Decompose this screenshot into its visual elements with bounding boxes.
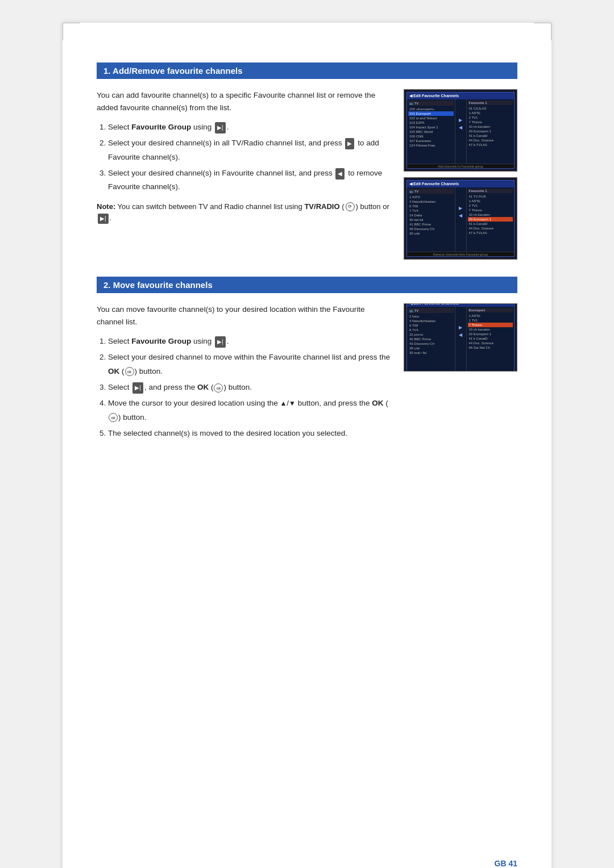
section2-content: You can move favourite channel(s) to you… xyxy=(97,303,517,443)
section2-text: You can move favourite channel(s) to you… xyxy=(97,303,392,443)
tv-radio-circle-icon: ⟳ xyxy=(346,202,355,211)
tv-row: 6 T68 xyxy=(408,204,454,208)
tv-ui-1-col2: ▶ ◀ xyxy=(455,99,467,164)
tv-row: 124 Filmnet Free xyxy=(408,143,454,148)
tv-row: 48 Discovery Ch xyxy=(408,227,454,231)
tv-row: 1 INTO xyxy=(408,195,454,199)
section2-title: 2. Move favourite channels xyxy=(103,280,213,290)
note-label: Note: xyxy=(97,202,115,211)
section2-step4: Move the cursor to your desired location… xyxy=(108,397,392,424)
section2-step2: Select your desired channel to move with… xyxy=(108,350,392,378)
tv-col1-header: 📺 TV xyxy=(408,101,454,106)
tv-ui-1-header: ◀ Edit Favourite Channels xyxy=(407,93,514,99)
section2-step5: The selected channel(s) is moved to the … xyxy=(108,427,392,440)
ok-icon1: ok xyxy=(125,367,134,376)
tv-col3-header2: Favourite 1 xyxy=(468,189,513,193)
section1-text: You can add favourite channel(s) to a sp… xyxy=(97,89,392,260)
tv-row: 2 TV1 xyxy=(468,203,513,208)
tv-row: 29 unit xyxy=(408,231,454,236)
tv-row: 103 E2PA xyxy=(408,120,454,125)
tv-ui-3-col3: Eurosport 1 ARTE 1 TV1 7 Thinne 10 ch ka… xyxy=(467,307,515,371)
tv-ui-2-body: 📺 TV 1 INTO 4 Naturlichkasten 6 T68 7 TV… xyxy=(407,187,514,252)
tv-ui-2-title: ◀ Edit Favourite Channels xyxy=(409,182,459,186)
fav-group-icon2: ▶| xyxy=(98,214,109,224)
tv-ui-1: ◀ Edit Favourite Channels 📺 TV 100 «Euro… xyxy=(406,92,515,169)
tv-row: 43 Discovery Ch xyxy=(408,341,454,346)
tv-radio-label: TV/RADIO xyxy=(304,201,339,213)
tv-ui-1-col1: 📺 TV 100 «Eurosport» 101 Eurosport 102 s… xyxy=(407,99,455,164)
tv-ui-3-col2: ▶ ◀ xyxy=(455,307,467,371)
section1-step2: Select your desired channel(s) in all TV… xyxy=(108,136,392,164)
down-arrow-icon: ▼ xyxy=(289,398,296,410)
tv-row: 4 Naturlichkasten xyxy=(408,199,454,204)
select-icon: ▶| xyxy=(132,382,143,394)
tv-ui-3-body: 📺 TV 2 Intro 4 Naturlichkasten 6 T68 8 T… xyxy=(407,307,514,371)
tv-footer-2: Remove channels from Favourite group xyxy=(407,252,514,257)
section1-screenshots: ◀ Edit Favourite Channels 📺 TV 100 «Euro… xyxy=(404,89,517,260)
section1-screenshot2: ◀ Edit Favourite Channels 📺 TV 1 INTO 4 … xyxy=(404,177,517,260)
tv-row: 10 ch.kanalen xyxy=(468,124,513,129)
tv-row: 2 TV1 xyxy=(468,115,513,120)
tv-row: 44 Doc. Science xyxy=(468,341,513,345)
section2: 2. Move favourite channels You can move … xyxy=(97,277,517,443)
tv-row: 2 Intro xyxy=(408,314,454,319)
section2-step1: Select Favourite Group using ▶|. xyxy=(108,335,392,348)
tv-row: 7 Thinne xyxy=(468,208,513,212)
tv-row: 35 real r fai xyxy=(408,350,454,355)
tv-row: 7 TV4 xyxy=(408,208,454,213)
tv-row: 41 k.CanalD xyxy=(468,133,513,138)
add-icon: ▶ xyxy=(345,138,354,149)
tv-row: 100 «Eurosport» xyxy=(408,107,454,111)
tv-row: 41 k CanalD xyxy=(468,336,513,341)
tv-ui-2-col3: Favourite 1 41 TV PUR 1 ARTE 2 TV1 7 Thi… xyxy=(467,187,515,252)
tv-ui-1-title: ◀ Edit Favourite Channels xyxy=(409,94,459,98)
tv-ui-3: ◀ Edit Favourite Channels 📺 TV 2 Intro 4… xyxy=(406,303,515,372)
tv-row: 7 Thinne xyxy=(468,120,513,124)
section2-steps: Select Favourite Group using ▶|. Select … xyxy=(108,335,392,440)
tv-ui-3-col1: 📺 TV 2 Intro 4 Naturlichkasten 6 T68 8 T… xyxy=(407,307,455,371)
tv-row: 20 Eurosport 1 xyxy=(468,332,513,336)
tv-row: 8 TV4 xyxy=(408,328,454,332)
tv-row: 1 ARTE xyxy=(468,199,513,203)
tv-row: 44 Doc. Science xyxy=(468,226,513,231)
section2-screenshot1: ◀ Edit Favourite Channels 📺 TV 2 Intro 4… xyxy=(404,303,517,372)
up-arrow-icon: ▲ xyxy=(280,398,287,410)
tv-ui-2-header: ◀ Edit Favourite Channels xyxy=(407,181,514,187)
tv-row: 14 Delta xyxy=(408,213,454,218)
tv-row: 20 Eurosport 1 xyxy=(468,217,513,222)
tv-col1-header2: 📺 TV xyxy=(408,189,454,194)
section2-header: 2. Move favourite channels xyxy=(97,277,517,293)
tv-row: 105 BBC World xyxy=(408,130,454,134)
tv-footer-3: Press OK to select channel(s) to be move… xyxy=(407,371,514,372)
tv-row: 7 Thinne xyxy=(468,323,513,327)
ok-icon3: ok xyxy=(109,413,118,422)
tv-row: 6 T68 xyxy=(408,323,454,328)
page: 1. Add/Remove favourite channels You can… xyxy=(63,23,551,868)
tv-row: 10 ch.kanalen xyxy=(468,212,513,217)
tv-row: 20 Eurosport 1 xyxy=(468,129,513,133)
tv-col3-header: Favourite 1 xyxy=(468,101,513,105)
tv-row: 41 TV PUR xyxy=(468,194,513,199)
tv-row: 22 pre-to xyxy=(408,332,454,337)
section1-screenshot1: ◀ Edit Favourite Channels 📺 TV 100 «Euro… xyxy=(404,89,517,172)
tv-row: 102 st and Teleact xyxy=(408,116,454,120)
section1-title: 1. Add/Remove favourite channels xyxy=(103,66,243,76)
tv-footer-1: Add channels to Favourite group xyxy=(407,164,514,169)
section1-step1: Select Favourite Group using ▶|. xyxy=(108,120,392,134)
remove-icon: ◀ xyxy=(335,168,345,180)
tv-row: 40 det bil xyxy=(408,218,454,222)
tv-row: 101 Eurosport xyxy=(408,111,454,116)
tv-row: 41 BBC Prime xyxy=(408,222,454,227)
note-block: Note: You can switch between TV and Radi… xyxy=(97,201,392,225)
tv-row: 46 Sat Net Ch xyxy=(468,345,513,350)
fav-group-icon1: ▶| xyxy=(215,122,226,133)
tv-row: 104 Impact Sport 1 xyxy=(408,125,454,130)
tv-row: 107 Euronews xyxy=(408,139,454,143)
tv-row: 4 Naturlichkasten xyxy=(408,319,454,323)
tv-ui-2-col1: 📺 TV 1 INTO 4 Naturlichkasten 6 T68 7 TV… xyxy=(407,187,455,252)
tv-row: 1 TV1 xyxy=(468,318,513,323)
section1-intro: You can add favourite channel(s) to a sp… xyxy=(97,89,392,114)
tv-row: 106 CNN xyxy=(408,134,454,139)
tv-ui-2: ◀ Edit Favourite Channels 📺 TV 1 INTO 4 … xyxy=(406,180,515,257)
tv-row: 1 ARTE xyxy=(468,314,513,318)
